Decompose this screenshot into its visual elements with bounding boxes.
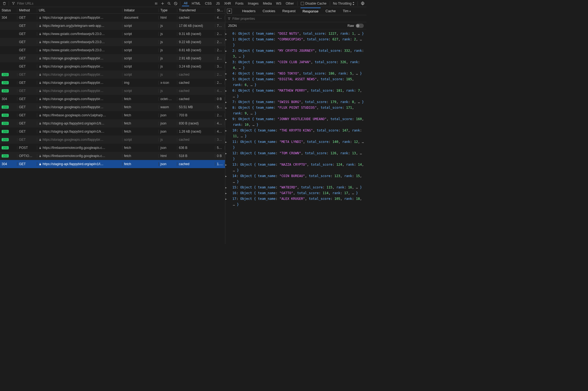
table-row[interactable]: 200GEThttps://storage.googleapis.com/fla…: [0, 136, 225, 144]
expand-triangle-icon[interactable]: ▶: [229, 129, 232, 133]
block-icon[interactable]: [173, 1, 178, 6]
json-object-row[interactable]: ▶14: Object { team_name: "COIN BUREAU", …: [230, 173, 365, 185]
json-object-row[interactable]: ▶9: Object { team_name: "JONNY HUSTLEJUD…: [230, 116, 365, 128]
table-row[interactable]: 200GEThttps://firebase.googleapis.com/v1…: [0, 111, 225, 119]
filter-chip-fonts[interactable]: Fonts: [233, 1, 245, 6]
filter-chip-css[interactable]: CSS: [203, 1, 214, 6]
table-row[interactable]: 200GEThttps://storage.googleapis.com/fla…: [0, 70, 225, 79]
tab-headers[interactable]: Headers: [240, 8, 258, 14]
col-size[interactable]: Si…: [215, 8, 225, 12]
json-object-row[interactable]: ▶1: Object { team_name: "CORNUCOPIAS", t…: [230, 37, 365, 48]
filter-urls-input[interactable]: [17, 2, 47, 5]
table-row[interactable]: 200GEThttps://storage.googleapis.com/fla…: [0, 79, 225, 87]
raw-toggle[interactable]: [356, 24, 364, 28]
json-object-row[interactable]: ▶4: Object { team_name: "NEO TOKYO", tot…: [230, 71, 365, 76]
filter-chip-html[interactable]: HTML: [190, 1, 203, 6]
col-status[interactable]: Status: [0, 8, 17, 12]
json-object-row[interactable]: ▶17: Object { team_name: "ALEX KRUGER", …: [230, 196, 365, 207]
disable-cache-checkbox[interactable]: Disable Cache: [301, 2, 326, 5]
expand-triangle-icon[interactable]: ▶: [229, 60, 232, 65]
json-object-row[interactable]: ▶5: Object { team_name: "DIGITAL ASSET N…: [230, 76, 365, 88]
table-row[interactable]: GEThttps://www.gstatic.com/firebasejs/9.…: [0, 30, 225, 38]
json-object-row[interactable]: ▶0: Object { team_name: "DEEZ NUTS", tot…: [230, 31, 365, 37]
expand-triangle-icon[interactable]: ▶: [229, 186, 232, 190]
json-object-row[interactable]: ▶16: Object { team_name: "GATTO", total_…: [230, 190, 365, 196]
filter-icon[interactable]: [227, 17, 231, 20]
json-object-row[interactable]: ▶2: Object { team_name: "MY CRYPTO JOURN…: [230, 48, 365, 59]
tab-request[interactable]: Request: [280, 8, 298, 14]
request-table-body[interactable]: 304GEThttps://storage.googleapis.com/fla…: [0, 14, 225, 244]
json-object-row[interactable]: ▶11: Object { team_name: "META LYNDI", t…: [230, 139, 365, 150]
filter-chip-ws[interactable]: WS: [274, 1, 283, 6]
search-icon[interactable]: [166, 1, 172, 6]
table-row[interactable]: 304GEThttps://storage.googleapis.com/fla…: [0, 14, 225, 22]
cell-initiator: script: [122, 65, 159, 68]
table-row[interactable]: 200GEThttps://storage.googleapis.com/fla…: [0, 87, 225, 95]
filter-chip-xhr[interactable]: XHR: [222, 1, 233, 6]
throttling-select[interactable]: No Throttling: [333, 2, 355, 5]
filter-chip-media[interactable]: Media: [261, 1, 274, 6]
table-row[interactable]: 200GEThttps://staging-api.flappybird.org…: [0, 127, 225, 136]
table-row[interactable]: 200OPTIO…https://firebaseremoteconfig.go…: [0, 152, 225, 160]
col-transferred[interactable]: Transferred: [177, 8, 215, 12]
json-object-row[interactable]: ▶15: Object { team_name: "WATBIRD", tota…: [230, 185, 365, 190]
expand-triangle-icon[interactable]: ▶: [229, 117, 232, 122]
expand-triangle-icon[interactable]: ▶: [229, 106, 232, 110]
table-row[interactable]: 200GEThttps://staging-api.flappybird.org…: [0, 119, 225, 127]
tab-cache[interactable]: Cache: [323, 8, 338, 14]
json-object-row[interactable]: ▶10: Object { team_name: "THE KRYPTO KIN…: [230, 128, 365, 139]
col-initiator[interactable]: Initiator: [122, 8, 159, 12]
filter-chip-all[interactable]: All: [182, 1, 189, 6]
expand-triangle-icon[interactable]: ▶: [229, 100, 232, 105]
json-object-row[interactable]: ▶13: Object { team_name: "NAZZA CRYPTO",…: [230, 162, 365, 173]
expand-triangle-icon[interactable]: ▶: [229, 152, 232, 156]
cell-transferred: 53.51 MB: [177, 105, 215, 109]
cell-method: GET: [17, 113, 37, 117]
svg-rect-13: [39, 83, 41, 84]
col-type[interactable]: Type: [159, 8, 177, 12]
expand-triangle-icon[interactable]: ▶: [229, 163, 232, 167]
table-row[interactable]: GEThttps://telegram.org/js/telegram-web-…: [0, 22, 225, 30]
expand-triangle-icon[interactable]: ▶: [229, 78, 232, 82]
gear-icon[interactable]: [361, 1, 365, 6]
pause-icon[interactable]: [153, 1, 159, 6]
filter-chip-js[interactable]: JS: [214, 1, 222, 6]
cell-method: GET: [17, 40, 37, 44]
filter-chip-other[interactable]: Other: [284, 1, 296, 6]
tab-timings[interactable]: Tim ▾: [341, 8, 353, 14]
expand-triangle-icon[interactable]: ▶: [229, 197, 232, 201]
table-row[interactable]: 304GEThttps://staging-api.flappybird.org…: [0, 160, 225, 168]
expand-triangle-icon[interactable]: ▶: [229, 49, 232, 53]
col-method[interactable]: Method: [17, 8, 37, 12]
expand-triangle-icon[interactable]: ▶: [229, 72, 232, 76]
expand-triangle-icon[interactable]: ▶: [229, 174, 232, 179]
table-row[interactable]: GEThttps://storage.googleapis.com/flappy…: [0, 62, 225, 70]
table-row[interactable]: GEThttps://storage.googleapis.com/flappy…: [0, 54, 225, 62]
table-row[interactable]: 304GEThttps://storage.googleapis.com/fla…: [0, 95, 225, 103]
add-icon[interactable]: [160, 1, 165, 6]
expand-triangle-icon[interactable]: ▶: [229, 89, 232, 93]
json-object-row[interactable]: ▶7: Object { team_name: "SWISS BORG", to…: [230, 99, 365, 105]
table-row[interactable]: 200GEThttps://storage.googleapis.com/fla…: [0, 103, 225, 111]
cell-status: 200: [0, 130, 17, 133]
table-row[interactable]: 200POSThttps://firebaseremoteconfig.goog…: [0, 144, 225, 152]
expand-triangle-icon[interactable]: ▶: [229, 38, 232, 42]
filter-chip-images[interactable]: Images: [246, 1, 260, 6]
col-url[interactable]: URL: [37, 8, 122, 12]
tab-cookies[interactable]: Cookies: [260, 8, 277, 14]
filter-icon[interactable]: [11, 1, 16, 6]
resend-icon[interactable]: [227, 9, 232, 14]
expand-triangle-icon[interactable]: ▶: [229, 140, 232, 145]
expand-triangle-icon[interactable]: ▶: [229, 32, 232, 36]
json-object-row[interactable]: ▶12: Object { team_name: "TOM CROWN", to…: [230, 150, 365, 162]
table-row[interactable]: GEThttps://www.gstatic.com/firebasejs/9.…: [0, 46, 225, 54]
json-object-row[interactable]: ▶6: Object { team_name: "MATTHEW PERRY",…: [230, 88, 365, 99]
expand-triangle-icon[interactable]: ▶: [229, 191, 232, 196]
table-row[interactable]: GEThttps://www.gstatic.com/firebasejs/9.…: [0, 38, 225, 46]
tab-response[interactable]: Response: [301, 8, 321, 14]
json-object-row[interactable]: ▶3: Object { team_name: "COIN CLUB JAPAN…: [230, 59, 365, 71]
json-object-row[interactable]: ▶8: Object { team_name: "FLUX POINT STUD…: [230, 105, 365, 116]
json-response-body[interactable]: ▶0: Object { team_name: "DEEZ NUTS", tot…: [225, 29, 366, 244]
clear-icon[interactable]: [2, 1, 7, 6]
filter-properties-input[interactable]: [232, 17, 273, 21]
